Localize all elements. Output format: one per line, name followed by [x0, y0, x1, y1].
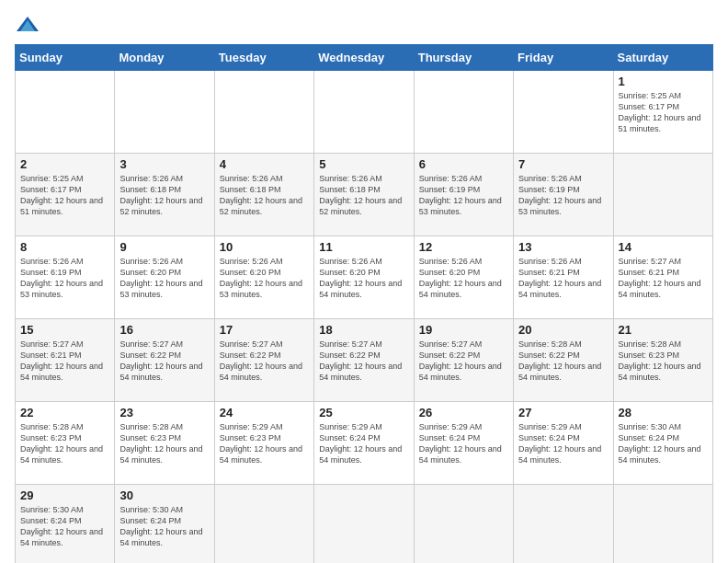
- day-cell-30: 30Sunrise: 5:30 AMSunset: 6:24 PMDayligh…: [115, 485, 214, 564]
- empty-cell: [214, 485, 313, 564]
- day-info: Sunrise: 5:26 AMSunset: 6:19 PMDaylight:…: [518, 173, 608, 218]
- day-info: Sunrise: 5:25 AMSunset: 6:17 PMDaylight:…: [20, 173, 109, 218]
- day-cell-4: 4Sunrise: 5:26 AMSunset: 6:18 PMDaylight…: [214, 154, 313, 236]
- day-info: Sunrise: 5:27 AMSunset: 6:21 PMDaylight:…: [20, 339, 109, 384]
- day-info: Sunrise: 5:25 AMSunset: 6:17 PMDaylight:…: [619, 90, 708, 135]
- day-info: Sunrise: 5:26 AMSunset: 6:18 PMDaylight:…: [220, 173, 309, 218]
- day-number: 6: [419, 157, 508, 171]
- day-number: 3: [119, 157, 209, 171]
- day-cell-12: 12Sunrise: 5:26 AMSunset: 6:20 PMDayligh…: [414, 236, 513, 319]
- day-number: 12: [419, 240, 508, 254]
- day-cell-24: 24Sunrise: 5:29 AMSunset: 6:23 PMDayligh…: [214, 402, 313, 485]
- day-number: 27: [518, 406, 608, 419]
- day-info: Sunrise: 5:26 AMSunset: 6:18 PMDaylight:…: [119, 173, 209, 218]
- day-info: Sunrise: 5:29 AMSunset: 6:23 PMDaylight:…: [220, 421, 309, 466]
- empty-cell: [613, 485, 712, 564]
- day-cell-26: 26Sunrise: 5:29 AMSunset: 6:24 PMDayligh…: [414, 402, 513, 485]
- day-cell-1: 1Sunrise: 5:25 AMSunset: 6:17 PMDaylight…: [613, 71, 712, 154]
- day-info: Sunrise: 5:30 AMSunset: 6:24 PMDaylight:…: [20, 504, 109, 549]
- day-number: 8: [20, 240, 109, 254]
- day-number: 14: [619, 240, 708, 254]
- column-header-sunday: Sunday: [16, 45, 115, 71]
- day-info: Sunrise: 5:27 AMSunset: 6:22 PMDaylight:…: [220, 339, 309, 384]
- calendar-table: SundayMondayTuesdayWednesdayThursdayFrid…: [15, 44, 713, 563]
- day-info: Sunrise: 5:27 AMSunset: 6:22 PMDaylight:…: [319, 339, 408, 384]
- day-info: Sunrise: 5:29 AMSunset: 6:24 PMDaylight:…: [319, 421, 408, 466]
- day-info: Sunrise: 5:27 AMSunset: 6:22 PMDaylight:…: [419, 339, 508, 384]
- day-number: 21: [619, 323, 708, 337]
- day-number: 2: [20, 157, 109, 171]
- empty-cell: [414, 485, 513, 564]
- day-cell-16: 16Sunrise: 5:27 AMSunset: 6:22 PMDayligh…: [115, 319, 214, 402]
- day-number: 19: [419, 323, 508, 337]
- day-cell-22: 22Sunrise: 5:28 AMSunset: 6:23 PMDayligh…: [16, 402, 115, 485]
- calendar-week-1: 1Sunrise: 5:25 AMSunset: 6:17 PMDaylight…: [16, 71, 713, 154]
- day-cell-3: 3Sunrise: 5:26 AMSunset: 6:18 PMDaylight…: [115, 154, 214, 236]
- empty-cell: [314, 485, 414, 564]
- day-cell-21: 21Sunrise: 5:28 AMSunset: 6:23 PMDayligh…: [613, 319, 712, 402]
- day-cell-5: 5Sunrise: 5:26 AMSunset: 6:18 PMDaylight…: [314, 154, 414, 236]
- day-cell-11: 11Sunrise: 5:26 AMSunset: 6:20 PMDayligh…: [314, 236, 414, 319]
- day-info: Sunrise: 5:28 AMSunset: 6:23 PMDaylight:…: [619, 339, 708, 384]
- column-header-monday: Monday: [115, 45, 214, 71]
- day-number: 18: [319, 323, 408, 337]
- day-info: Sunrise: 5:26 AMSunset: 6:19 PMDaylight:…: [419, 173, 508, 218]
- day-number: 20: [518, 323, 608, 337]
- day-cell-7: 7Sunrise: 5:26 AMSunset: 6:19 PMDaylight…: [514, 154, 613, 236]
- day-info: Sunrise: 5:26 AMSunset: 6:20 PMDaylight:…: [220, 256, 309, 301]
- calendar-header-row: SundayMondayTuesdayWednesdayThursdayFrid…: [16, 45, 713, 71]
- day-number: 23: [119, 406, 209, 419]
- day-cell-15: 15Sunrise: 5:27 AMSunset: 6:21 PMDayligh…: [16, 319, 115, 402]
- day-number: 15: [20, 323, 109, 337]
- day-number: 10: [220, 240, 309, 254]
- day-info: Sunrise: 5:26 AMSunset: 6:20 PMDaylight:…: [119, 256, 209, 301]
- day-cell-10: 10Sunrise: 5:26 AMSunset: 6:20 PMDayligh…: [214, 236, 313, 319]
- day-number: 5: [319, 157, 408, 171]
- column-header-thursday: Thursday: [414, 45, 513, 71]
- day-info: Sunrise: 5:26 AMSunset: 6:21 PMDaylight:…: [518, 256, 608, 301]
- day-cell-9: 9Sunrise: 5:26 AMSunset: 6:20 PMDaylight…: [115, 236, 214, 319]
- calendar-week-3: 8Sunrise: 5:26 AMSunset: 6:19 PMDaylight…: [16, 236, 713, 319]
- day-number: 1: [619, 75, 708, 88]
- empty-cell: [514, 71, 613, 154]
- empty-cell: [414, 71, 513, 154]
- empty-cell: [115, 71, 214, 154]
- empty-cell: [314, 71, 414, 154]
- day-cell-18: 18Sunrise: 5:27 AMSunset: 6:22 PMDayligh…: [314, 319, 414, 402]
- day-info: Sunrise: 5:26 AMSunset: 6:20 PMDaylight:…: [319, 256, 408, 301]
- day-number: 26: [419, 406, 508, 419]
- day-number: 11: [319, 240, 408, 254]
- day-info: Sunrise: 5:26 AMSunset: 6:20 PMDaylight:…: [419, 256, 508, 301]
- day-number: 17: [220, 323, 309, 337]
- calendar-week-4: 15Sunrise: 5:27 AMSunset: 6:21 PMDayligh…: [16, 319, 713, 402]
- day-info: Sunrise: 5:28 AMSunset: 6:23 PMDaylight:…: [20, 421, 109, 466]
- day-info: Sunrise: 5:26 AMSunset: 6:18 PMDaylight:…: [319, 173, 408, 218]
- empty-cell: [16, 71, 115, 154]
- day-info: Sunrise: 5:28 AMSunset: 6:22 PMDaylight:…: [518, 339, 608, 384]
- logo: [15, 15, 44, 35]
- day-info: Sunrise: 5:30 AMSunset: 6:24 PMDaylight:…: [619, 421, 708, 466]
- day-cell-17: 17Sunrise: 5:27 AMSunset: 6:22 PMDayligh…: [214, 319, 313, 402]
- day-cell-27: 27Sunrise: 5:29 AMSunset: 6:24 PMDayligh…: [514, 402, 613, 485]
- day-number: 30: [119, 488, 209, 502]
- day-number: 22: [20, 406, 109, 419]
- empty-cell: [613, 154, 712, 236]
- column-header-friday: Friday: [514, 45, 613, 71]
- day-info: Sunrise: 5:30 AMSunset: 6:24 PMDaylight:…: [119, 504, 209, 549]
- day-cell-23: 23Sunrise: 5:28 AMSunset: 6:23 PMDayligh…: [115, 402, 214, 485]
- day-number: 7: [518, 157, 608, 171]
- calendar-week-2: 2Sunrise: 5:25 AMSunset: 6:17 PMDaylight…: [16, 154, 713, 236]
- day-number: 16: [119, 323, 209, 337]
- day-cell-13: 13Sunrise: 5:26 AMSunset: 6:21 PMDayligh…: [514, 236, 613, 319]
- day-cell-19: 19Sunrise: 5:27 AMSunset: 6:22 PMDayligh…: [414, 319, 513, 402]
- column-header-saturday: Saturday: [613, 45, 712, 71]
- empty-cell: [514, 485, 613, 564]
- day-info: Sunrise: 5:26 AMSunset: 6:19 PMDaylight:…: [20, 256, 109, 301]
- calendar-week-6: 29Sunrise: 5:30 AMSunset: 6:24 PMDayligh…: [16, 485, 713, 564]
- day-number: 4: [220, 157, 309, 171]
- day-cell-28: 28Sunrise: 5:30 AMSunset: 6:24 PMDayligh…: [613, 402, 712, 485]
- day-info: Sunrise: 5:27 AMSunset: 6:21 PMDaylight:…: [619, 256, 708, 301]
- day-info: Sunrise: 5:27 AMSunset: 6:22 PMDaylight:…: [119, 339, 209, 384]
- day-number: 13: [518, 240, 608, 254]
- day-number: 28: [619, 406, 708, 419]
